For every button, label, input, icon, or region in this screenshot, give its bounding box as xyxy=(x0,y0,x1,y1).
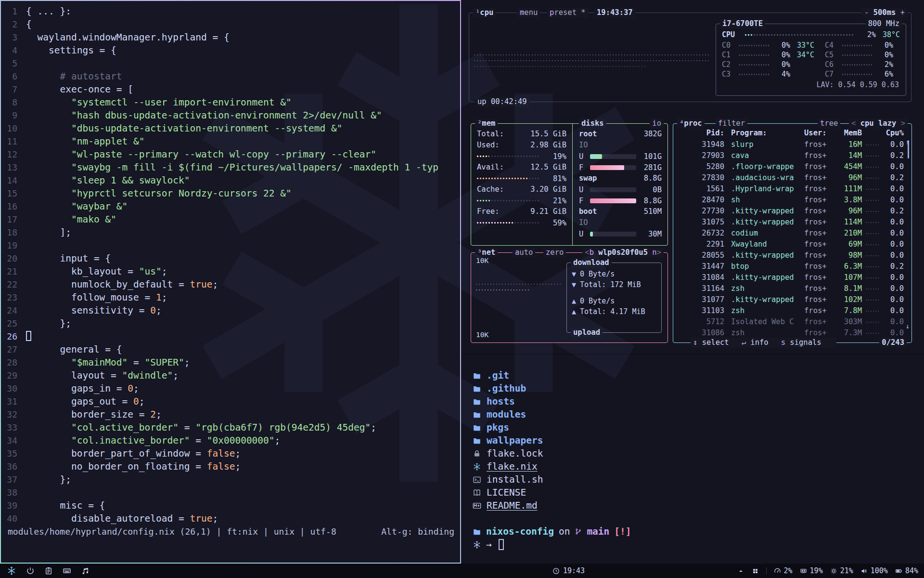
code-line[interactable]: 29 layout = "dwindle"; xyxy=(1,369,460,382)
proc-row[interactable]: 27730.kitty-wrappedfros+96M0.2 xyxy=(678,206,904,217)
proc-row[interactable]: 27830.audacious-wrafros+96M0.2 xyxy=(678,172,904,184)
code-line[interactable]: 24 sensitivity = 0; xyxy=(1,304,460,317)
code-line[interactable]: 2{ xyxy=(1,18,460,31)
code-line[interactable]: 19 xyxy=(1,239,460,252)
editor-code-area[interactable]: 1{ ... }:2{3 wayland.windowManager.hyprl… xyxy=(1,1,460,525)
code-line[interactable]: 9 "hash dbus-update-activation-environme… xyxy=(1,109,460,122)
clipboard-button[interactable] xyxy=(44,566,53,575)
net-box-title[interactable]: ³net xyxy=(475,248,498,258)
code-line[interactable]: 32 border_size = 2; xyxy=(1,408,460,421)
code-line[interactable]: 33 "col.active_border" = "rgb(cba6f7) rg… xyxy=(1,421,460,434)
btop-cpu-box: ¹cpu menu preset * 19:43:37 - 500ms + i7… xyxy=(469,13,911,102)
proc-tree-toggle[interactable]: tree xyxy=(818,118,840,129)
memory-usage-module[interactable]: 19% xyxy=(800,566,823,575)
proc-row[interactable]: 31086zshfros+7.3M0.0 xyxy=(678,328,904,339)
code-line[interactable]: 30 gaps_in = 0; xyxy=(1,382,460,395)
line-number: 10 xyxy=(1,122,26,135)
nix-menu-button[interactable] xyxy=(7,566,16,576)
proc-row[interactable]: 1561.Hyprland-wrapfros+111M0.0 xyxy=(678,184,904,195)
proc-sort-selector[interactable]: < cpu lazy > xyxy=(849,118,908,129)
proc-filter-button[interactable]: filter xyxy=(716,118,747,129)
power-button[interactable] xyxy=(26,566,35,575)
proc-row[interactable]: 28055.kitty-wrappedfros+98M0.0 xyxy=(678,250,904,261)
code-line[interactable]: 28 "$mainMod" = "SUPER"; xyxy=(1,356,460,369)
proc-row[interactable]: 31948slurpfros+16M0.0 xyxy=(678,139,904,150)
code-line[interactable]: 7 exec-once = [ xyxy=(1,83,460,96)
shell-prompt-input-line[interactable]: → xyxy=(473,538,924,551)
code-line[interactable]: 34 "col.inactive_border" = "0x00000000"; xyxy=(1,434,460,447)
cpu-core-row: C10%34°CC50% xyxy=(722,50,900,60)
cpu-box-title[interactable]: ¹cpu xyxy=(473,8,496,18)
music-button[interactable] xyxy=(81,566,90,575)
clock-module[interactable]: 19:43 xyxy=(552,564,585,578)
code-line[interactable]: 4 settings = { xyxy=(1,44,460,57)
code-line[interactable]: 6 # autostart xyxy=(1,70,460,83)
proc-row[interactable]: 27903cavafros+14M0.2 xyxy=(678,150,904,161)
proc-footer-info[interactable]: ↵ info xyxy=(742,338,769,347)
tray-chevron[interactable] xyxy=(737,567,744,575)
battery-module[interactable]: 84% xyxy=(895,566,918,575)
code-line[interactable]: 36 no_border_on_floating = false; xyxy=(1,460,460,473)
proc-row[interactable]: 31447btopfros+6.3M0.2 xyxy=(678,261,904,272)
code-line[interactable]: 1{ ... }: xyxy=(1,5,460,18)
code-line[interactable]: 25 }; xyxy=(1,317,460,330)
code-line[interactable]: 40 disable_autoreload = true; xyxy=(1,512,460,525)
net-interface-selector[interactable]: <b wlp0s20f0u5 n> xyxy=(582,248,664,258)
code-line[interactable]: 17 "mako &" xyxy=(1,213,460,226)
proc-footer-signals[interactable]: s signals xyxy=(781,338,821,347)
code-line[interactable]: 16 "waybar &" xyxy=(1,200,460,213)
code-line[interactable]: 21 kb_layout = "us"; xyxy=(1,265,460,278)
code-line[interactable]: 14 "sleep 1 && swaylock" xyxy=(1,174,460,187)
code-line[interactable]: 39 misc = { xyxy=(1,499,460,512)
proc-row[interactable]: 28470shfros+3.8M0.0 xyxy=(678,195,904,206)
tray-app[interactable] xyxy=(752,567,759,575)
code-text: "hyprctl setcursor Nordzy-cursors 22 &" xyxy=(26,187,292,200)
keyboard-button[interactable] xyxy=(63,566,71,575)
brightness-module[interactable]: 21% xyxy=(830,566,853,575)
code-line[interactable]: 18 ]; xyxy=(1,226,460,239)
code-line[interactable]: 5 xyxy=(1,57,460,70)
code-line[interactable]: 27 general = { xyxy=(1,343,460,356)
code-line[interactable]: 10 "dbus-update-activation-environment -… xyxy=(1,122,460,135)
proc-row[interactable]: 5712Isolated Web Cfros+303M0.0 xyxy=(678,316,904,328)
proc-row[interactable]: 31084.kitty-wrappedfros+107M0.0 xyxy=(678,272,904,283)
proc-box-title[interactable]: ⁴proc xyxy=(677,118,705,129)
code-line[interactable]: 23 follow_mouse = 1; xyxy=(1,291,460,304)
code-line[interactable]: 3 wayland.windowManager.hyprland = { xyxy=(1,31,460,44)
cpu-usage-module[interactable]: 2% xyxy=(774,566,793,575)
proc-row[interactable]: 31077.kitty-wrappedfros+102M0.0 xyxy=(678,294,904,305)
code-line[interactable]: 22 numlock_by_default = true; xyxy=(1,278,460,291)
code-line[interactable]: 37 }; xyxy=(1,473,460,486)
btop-menu-button[interactable]: menu xyxy=(517,8,540,18)
line-number: 26 xyxy=(1,330,26,343)
proc-row[interactable]: 5280.floorp-wrappefros+454M0.0 xyxy=(678,161,904,172)
code-line[interactable]: 12 "wl-paste --primary --watch wl-copy -… xyxy=(1,148,460,161)
code-line[interactable]: 26 xyxy=(1,330,460,343)
proc-row[interactable]: 31164zshfros+8.1M0.0 xyxy=(678,283,904,294)
code-line[interactable]: 35 border_part_of_window = false; xyxy=(1,447,460,460)
code-line[interactable]: 38 xyxy=(1,486,460,499)
bar-divider xyxy=(766,567,767,574)
volume-module[interactable]: 100% xyxy=(860,566,888,575)
update-interval-control[interactable]: - 500ms + xyxy=(862,8,907,18)
proc-row[interactable]: 31075.kitty-wrappedfros+114M0.0 xyxy=(678,217,904,228)
disks-io-toggle[interactable]: io xyxy=(650,118,664,129)
proc-row[interactable]: 31103zshfros+7.8M0.0 xyxy=(678,305,904,316)
code-line[interactable]: 20 input = { xyxy=(1,252,460,265)
proc-scrollbar[interactable] xyxy=(908,140,909,158)
mem-box-title[interactable]: ²mem xyxy=(475,118,498,129)
scroll-down-arrow[interactable]: ↓ xyxy=(906,322,910,330)
btop-preset-button[interactable]: preset * xyxy=(547,8,588,18)
code-line[interactable]: 31 gaps_out = 0; xyxy=(1,395,460,408)
code-line[interactable]: 13 "swaybg -m fill -i $(find ~/Pictures/… xyxy=(1,161,460,174)
proc-footer-select[interactable]: ↕ select xyxy=(693,338,729,347)
proc-row[interactable]: 2291Xwaylandfros+69M0.0 xyxy=(678,239,904,250)
proc-row[interactable]: 26732codiumfros+210M0.0 xyxy=(678,228,904,239)
net-auto-toggle[interactable]: auto xyxy=(513,248,535,258)
net-zero-toggle[interactable]: zero xyxy=(543,248,566,258)
code-text: wayland.windowManager.hyprland = { xyxy=(26,31,230,44)
code-line[interactable]: 8 "systemctl --user import-environment &… xyxy=(1,96,460,109)
code-line[interactable]: 11 "nm-applet &" xyxy=(1,135,460,148)
disks-box-title[interactable]: disks xyxy=(579,118,606,129)
code-line[interactable]: 15 "hyprctl setcursor Nordzy-cursors 22 … xyxy=(1,187,460,200)
